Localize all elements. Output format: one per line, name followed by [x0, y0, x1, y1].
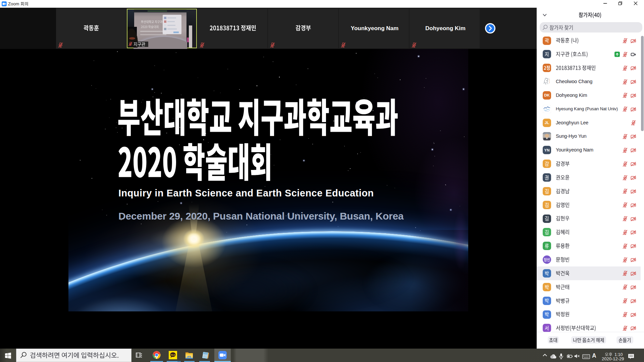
svg-text:TALK: TALK	[170, 354, 175, 356]
